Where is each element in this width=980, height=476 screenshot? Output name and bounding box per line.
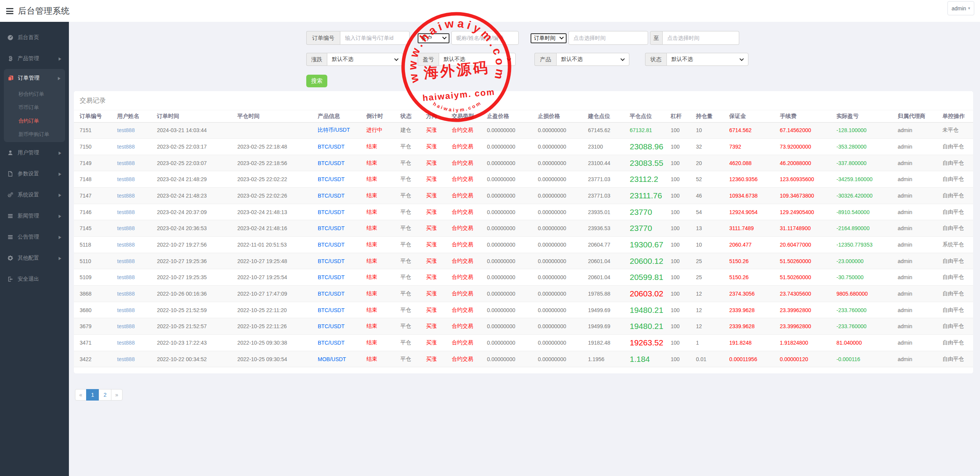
cell-product[interactable]: BTC/USDT — [312, 237, 361, 253]
cell-product[interactable]: MOB/USDT — [312, 351, 361, 367]
cell-user[interactable]: test888 — [111, 335, 151, 351]
cell-product[interactable]: BTC/USDT — [312, 171, 361, 188]
cell-user[interactable]: test888 — [111, 302, 151, 318]
cell-fee: 51.50260000 — [774, 253, 831, 269]
page-2[interactable]: 2 — [99, 389, 111, 401]
cell-fee: 23.74305600 — [774, 286, 831, 302]
cell-sl: 0.00000000 — [532, 171, 582, 188]
cell-open: 23100 — [582, 139, 624, 155]
customer-select[interactable]: 客户 ▼ — [418, 33, 449, 43]
customer-keyword-input[interactable] — [451, 31, 519, 45]
page-prev[interactable]: « — [75, 389, 87, 401]
cell-user[interactable]: test888 — [111, 139, 151, 155]
cell-id: 3868 — [74, 286, 111, 302]
column-header: 方向 — [420, 110, 446, 122]
hamburger-icon[interactable] — [6, 8, 13, 14]
cell-tp: 0.00000000 — [481, 204, 532, 220]
sidebar-item[interactable]: 安全退出 — [0, 268, 69, 290]
cell-product[interactable]: BTC/USDT — [312, 139, 361, 155]
time-from-input[interactable] — [568, 31, 648, 45]
cell-countdown: 结束 — [361, 302, 395, 318]
cell-user[interactable]: test888 — [111, 351, 151, 367]
updown-select[interactable]: 默认不选 — [327, 53, 403, 66]
cell-fee: 51.50260000 — [774, 269, 831, 286]
cell-time: 2022-10-27 19:27:56 — [151, 237, 232, 253]
page-next[interactable]: » — [111, 389, 122, 401]
sidebar-item[interactable]: 系统设置▶ — [0, 184, 69, 205]
cell-user[interactable]: test888 — [111, 171, 151, 188]
logout-icon — [7, 276, 13, 282]
status-select[interactable]: 默认不选 — [666, 53, 748, 66]
time-type-select-value: 订单时间 — [534, 35, 555, 42]
cell-type: 合约交易 — [446, 253, 481, 269]
cell-user[interactable]: test888 — [111, 318, 151, 335]
cell-product[interactable]: BTC/USDT — [312, 188, 361, 204]
select-arrow-icon: ▼ — [559, 35, 564, 39]
cell-pnl: -2164.890000 — [831, 220, 892, 237]
cell-user[interactable]: test888 — [111, 286, 151, 302]
cell-type: 合约交易 — [446, 155, 481, 171]
filter-updown: 涨跌 默认不选 — [306, 53, 403, 66]
cell-user[interactable]: test888 — [111, 237, 151, 253]
sidebar-subitem[interactable]: 新币申购订单 — [4, 128, 65, 141]
cell-pos: 52 — [690, 171, 724, 188]
page-1[interactable]: 1 — [86, 389, 99, 401]
cell-product[interactable]: BTC/USDT — [312, 220, 361, 237]
cell-product[interactable]: BTC/USDT — [312, 335, 361, 351]
cell-sl: 0.00000000 — [532, 318, 582, 335]
sidebar-subitem[interactable]: 币币订单 — [4, 101, 65, 114]
sidebar-item[interactable]: 用户管理▶ — [0, 142, 69, 163]
time-type-select[interactable]: 订单时间 ▼ — [531, 33, 567, 43]
cell-id: 7151 — [74, 122, 111, 139]
cell-close_time: 2022-10-25 22:11:20 — [232, 302, 312, 318]
cell-user[interactable]: test888 — [111, 188, 151, 204]
admin-menu-button[interactable]: admin ▾ — [947, 1, 974, 15]
cell-time: 2022-10-27 19:25:36 — [151, 253, 232, 269]
sidebar-item[interactable]: 新闻管理▶ — [0, 205, 69, 226]
cell-sl: 0.00000000 — [532, 335, 582, 351]
sidebar-item[interactable]: 参数设置▶ — [0, 163, 69, 184]
profit-select[interactable]: 默认不选 — [439, 53, 516, 66]
cell-user[interactable]: test888 — [111, 155, 151, 171]
cell-tp: 0.00000000 — [481, 253, 532, 269]
search-button[interactable]: 搜索 — [306, 75, 327, 87]
sidebar-item[interactable]: 其他配置▶ — [0, 247, 69, 268]
cell-user[interactable]: test888 — [111, 220, 151, 237]
cell-pos: 12 — [690, 302, 724, 318]
cell-user[interactable]: test888 — [111, 253, 151, 269]
filter-order-no-label: 订单编号 — [306, 31, 340, 45]
cell-close: 23088.96 — [624, 139, 665, 155]
cell-product[interactable]: BTC/USDT — [312, 253, 361, 269]
cell-product[interactable]: BTC/USDT — [312, 269, 361, 286]
sidebar-item[interactable]: 产品管理▶ — [0, 48, 69, 69]
cell-state: 平仓 — [395, 335, 420, 351]
cell-user[interactable]: test888 — [111, 204, 151, 220]
cell-user[interactable]: test888 — [111, 269, 151, 286]
sidebar-subitem[interactable]: 秒合约订单 — [4, 87, 65, 101]
sidebar-item[interactable]: 后台首页 — [0, 27, 69, 48]
time-to-input[interactable] — [663, 31, 739, 45]
cell-product[interactable]: BTC/USDT — [312, 204, 361, 220]
cell-product[interactable]: 比特币/USDT — [312, 122, 361, 139]
cell-product[interactable]: BTC/USDT — [312, 155, 361, 171]
sidebar-item[interactable]: 公告管理▶ — [0, 226, 69, 247]
cell-product[interactable]: BTC/USDT — [312, 318, 361, 335]
cell-time: 2023-02-24 21:48:29 — [151, 171, 232, 188]
product-select[interactable]: 默认不选 — [556, 53, 629, 66]
cell-product[interactable]: BTC/USDT — [312, 302, 361, 318]
table-row: 3471test8882022-10-23 17:22:432022-10-25… — [74, 335, 973, 351]
sidebar-subitem[interactable]: 合约订单 — [4, 114, 65, 128]
table-row: 7148test8882023-02-24 21:48:292023-02-25… — [74, 171, 973, 188]
table-row: 3680test8882022-10-25 21:52:592022-10-25… — [74, 302, 973, 318]
cell-margin: 5150.26 — [724, 269, 774, 286]
cell-pos: 54 — [690, 204, 724, 220]
cell-dir: 买涨 — [420, 302, 446, 318]
cell-pnl: -34259.160000 — [831, 171, 892, 188]
cell-user[interactable]: test888 — [111, 122, 151, 139]
sidebar-item-orders[interactable]: 订单管理▶ — [4, 69, 65, 87]
table-row: 7149test8882023-02-25 22:03:072023-02-25… — [74, 155, 973, 171]
cell-open: 1.1956 — [582, 351, 624, 367]
order-no-input[interactable] — [340, 31, 410, 45]
cell-close: 23111.76 — [624, 188, 665, 204]
cell-product[interactable]: BTC/USDT — [312, 286, 361, 302]
